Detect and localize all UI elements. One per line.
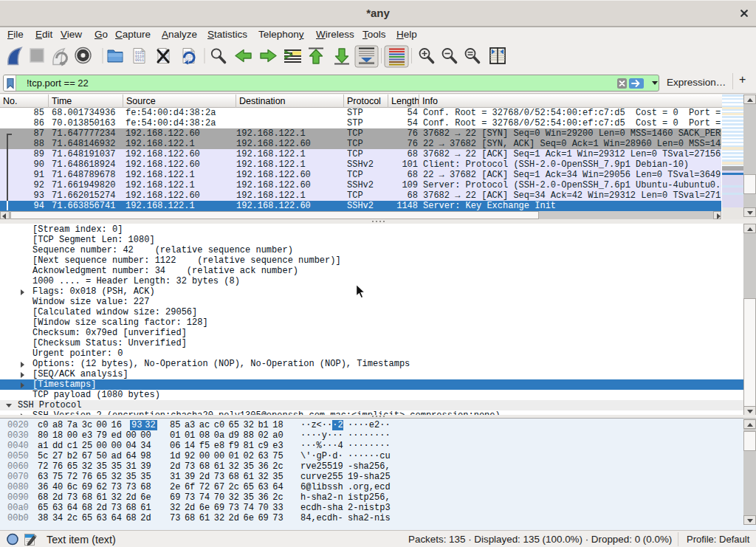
svg-text:0011: 0011 (135, 58, 144, 63)
